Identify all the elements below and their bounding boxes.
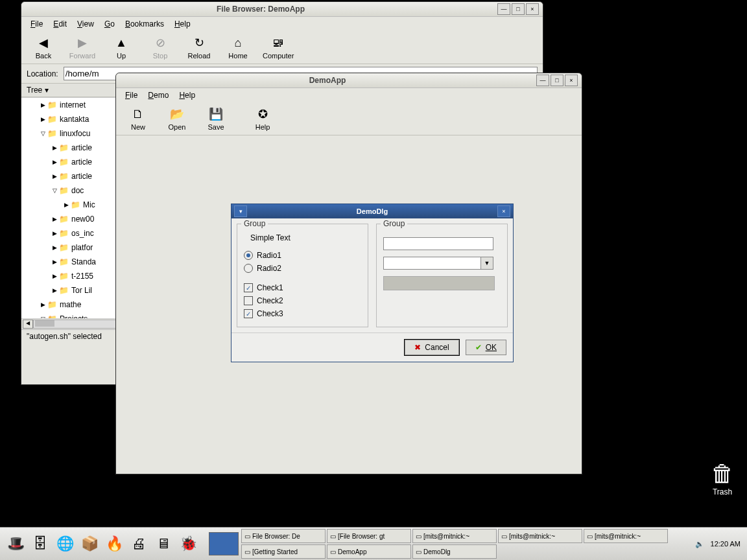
group-left: Group Simple Text Radio1 Radio2 ✓Check1 … bbox=[237, 224, 368, 327]
package-launcher-icon[interactable]: 📦 bbox=[79, 533, 100, 554]
chevron-down-icon: ▾ bbox=[45, 86, 49, 95]
check2[interactable]: Check2 bbox=[244, 294, 361, 307]
demoapp-toolbar: 🗋New📂Open💾Save✪Help bbox=[116, 102, 582, 135]
menu-edit[interactable]: Edit bbox=[49, 18, 71, 30]
expand-icon[interactable]: ▶ bbox=[50, 159, 59, 165]
taskbar-task[interactable]: ▭[mits@mitnick:~ bbox=[412, 529, 497, 543]
files-launcher-icon[interactable]: 🗄 bbox=[30, 533, 51, 554]
toolbar-up-button[interactable]: ▲Up bbox=[103, 34, 139, 61]
clock[interactable]: 12:20 AM bbox=[711, 540, 741, 548]
rollup-button[interactable]: ▾ bbox=[234, 205, 247, 217]
chevron-down-icon[interactable]: ▼ bbox=[480, 257, 493, 270]
menu-go[interactable]: Go bbox=[101, 18, 119, 30]
radio2[interactable]: Radio2 bbox=[244, 262, 361, 275]
text-input[interactable] bbox=[383, 237, 493, 250]
expand-icon[interactable]: ▶ bbox=[50, 173, 59, 180]
close-button[interactable]: × bbox=[526, 3, 539, 15]
toolbar-forward-button: ▶Forward bbox=[64, 34, 101, 61]
scroll-left-icon[interactable]: ◀ bbox=[23, 320, 33, 329]
toolbar-reload-button[interactable]: ↻Reload bbox=[181, 34, 217, 61]
expand-icon[interactable]: ▶ bbox=[62, 202, 71, 208]
terminal-launcher-icon[interactable]: 🖥 bbox=[153, 533, 174, 554]
taskbar-task[interactable]: ▭DemoApp bbox=[327, 544, 411, 559]
check1[interactable]: ✓Check1 bbox=[244, 281, 361, 294]
menu-help[interactable]: Help bbox=[175, 89, 199, 101]
system-tray: 🔈 12:20 AM bbox=[689, 540, 747, 548]
expand-icon[interactable]: ▽ bbox=[50, 187, 59, 194]
toolbar-computer-button[interactable]: 🖳Computer bbox=[259, 34, 298, 61]
trash-icon: 🗑 bbox=[711, 460, 734, 487]
menu-view[interactable]: View bbox=[73, 18, 98, 30]
print-launcher-icon[interactable]: 🖨 bbox=[128, 533, 149, 554]
combo-box[interactable]: ▼ bbox=[383, 257, 501, 270]
folder-icon: 📁 bbox=[59, 158, 69, 167]
file-browser-title: File Browser: DemoApp bbox=[25, 5, 496, 14]
expand-icon[interactable]: ▶ bbox=[38, 102, 47, 108]
expand-icon[interactable]: ▶ bbox=[38, 116, 47, 122]
folder-icon: 📁 bbox=[47, 129, 57, 138]
file-browser-titlebar[interactable]: File Browser: DemoApp — □ × bbox=[21, 2, 543, 17]
group-right: Group ▼ bbox=[376, 224, 508, 327]
dialog-button-row: ✖Cancel ✔OK bbox=[231, 332, 513, 362]
taskbar-task[interactable]: ▭[mits@mitnick:~ bbox=[498, 529, 582, 543]
close-button[interactable]: × bbox=[565, 75, 578, 86]
taskbar-task[interactable]: ▭[File Browser: gt bbox=[327, 529, 411, 543]
volume-icon[interactable]: 🔈 bbox=[695, 540, 704, 548]
taskbar-task[interactable]: ▭DemoDlg bbox=[412, 544, 497, 559]
toolbar-open-button[interactable]: 📂Open bbox=[159, 105, 195, 132]
flame-launcher-icon[interactable]: 🔥 bbox=[104, 533, 124, 554]
folder-icon: 📁 bbox=[71, 200, 80, 209]
expand-icon[interactable]: ▶ bbox=[38, 301, 47, 308]
bug-launcher-icon[interactable]: 🐞 bbox=[178, 533, 198, 554]
toolbar-help-button[interactable]: ✪Help bbox=[244, 105, 281, 132]
taskbar-task[interactable]: ▭[mits@mitnick:~ bbox=[584, 529, 668, 543]
trash-desktop-icon[interactable]: 🗑 Trash bbox=[711, 460, 734, 496]
folder-icon: 📁 bbox=[59, 143, 69, 152]
toolbar-home-button[interactable]: ⌂Home bbox=[220, 34, 256, 61]
radio1[interactable]: Radio1 bbox=[244, 249, 361, 262]
toolbar-save-button[interactable]: 💾Save bbox=[198, 105, 234, 132]
demoapp-titlebar[interactable]: DemoApp — □ × bbox=[116, 73, 582, 88]
workspace-switcher[interactable] bbox=[209, 532, 239, 555]
expand-icon[interactable]: ▶ bbox=[50, 244, 59, 251]
dialog-titlebar[interactable]: ▾ DemoDlg × bbox=[231, 204, 513, 218]
folder-icon: 📁 bbox=[47, 314, 57, 318]
web-launcher-icon[interactable]: 🌐 bbox=[54, 533, 75, 554]
expand-icon[interactable]: ▶ bbox=[50, 216, 59, 222]
taskbar-task[interactable]: ▭[Getting Started bbox=[241, 544, 326, 559]
checkbox-checked-icon: ✓ bbox=[244, 283, 253, 292]
taskbar-task[interactable]: ▭File Browser: De bbox=[241, 529, 326, 543]
close-button[interactable]: × bbox=[497, 205, 510, 217]
window-icon: ▭ bbox=[244, 533, 250, 540]
expand-icon[interactable]: ▶ bbox=[50, 230, 59, 237]
minimize-button[interactable]: — bbox=[536, 75, 549, 86]
menu-bookmarks[interactable]: Bookmarks bbox=[121, 18, 168, 30]
maximize-button[interactable]: □ bbox=[551, 75, 563, 86]
cancel-button[interactable]: ✖Cancel bbox=[405, 340, 458, 355]
toolbar-back-button[interactable]: ◀Back bbox=[25, 34, 62, 61]
ok-button[interactable]: ✔OK bbox=[466, 340, 506, 355]
menu-demo[interactable]: Demo bbox=[144, 89, 172, 101]
redhat-launcher-icon[interactable]: 🎩 bbox=[5, 533, 26, 554]
expand-icon[interactable]: ▽ bbox=[38, 130, 47, 137]
maximize-button[interactable]: □ bbox=[512, 3, 525, 15]
demoapp-menubar: File Demo Help bbox=[116, 88, 582, 102]
toolbar-new-button[interactable]: 🗋New bbox=[120, 105, 156, 132]
expand-icon[interactable]: ▶ bbox=[50, 145, 59, 151]
folder-icon: 📁 bbox=[59, 272, 69, 281]
stop-icon: ⊘ bbox=[152, 35, 168, 51]
minimize-button[interactable]: — bbox=[497, 3, 510, 15]
menu-help[interactable]: Help bbox=[171, 18, 195, 30]
expand-icon[interactable]: ▽ bbox=[38, 316, 47, 318]
combo-input[interactable] bbox=[383, 257, 480, 270]
radio-off-icon bbox=[244, 264, 253, 273]
check3[interactable]: ✓Check3 bbox=[244, 307, 361, 320]
folder-icon: 📁 bbox=[59, 172, 69, 181]
menu-file[interactable]: File bbox=[27, 18, 47, 30]
checkbox-checked-icon: ✓ bbox=[244, 309, 253, 318]
window-icon: ▭ bbox=[501, 533, 507, 540]
menu-file[interactable]: File bbox=[121, 89, 141, 101]
expand-icon[interactable]: ▶ bbox=[50, 273, 59, 279]
expand-icon[interactable]: ▶ bbox=[50, 259, 59, 265]
expand-icon[interactable]: ▶ bbox=[50, 287, 59, 294]
